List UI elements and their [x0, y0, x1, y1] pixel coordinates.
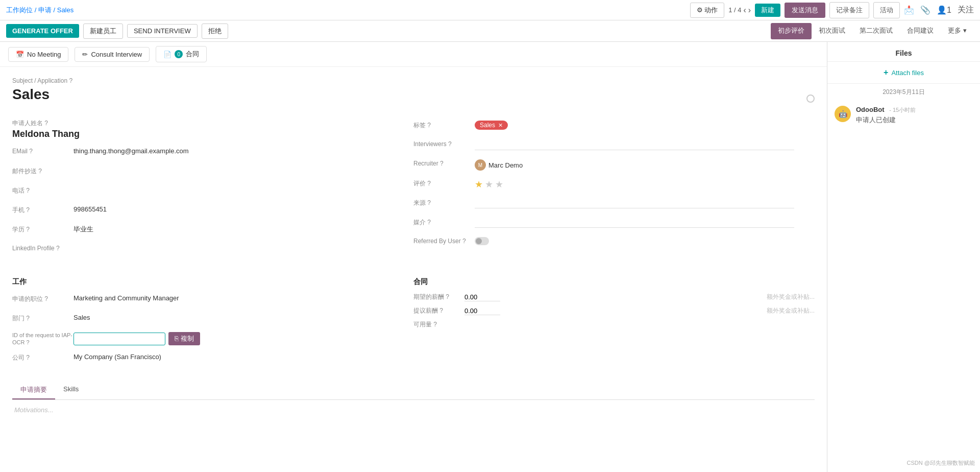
activity-button[interactable]: 活动 — [873, 2, 900, 18]
company-value: My Company (San Francisco) — [74, 351, 413, 361]
right-section: 标签 ? Sales ✕ Interviewers ? — [413, 119, 815, 262]
stage-tab-initial[interactable]: 初步评价 — [771, 23, 812, 39]
chat-message: 🤖 OdooBot - 15小时前 申请人已创建 — [827, 101, 980, 130]
toggle-knob — [476, 238, 482, 244]
bottom-tabs: 申请摘要 Skills — [12, 381, 815, 400]
breadcrumb-sep2: / — [53, 6, 57, 14]
prev-page-button[interactable]: ‹ — [743, 6, 746, 15]
source-value[interactable] — [475, 197, 794, 208]
consult-interview-button[interactable]: ✏ Consult Interview — [75, 47, 150, 62]
ocr-input[interactable] — [74, 333, 165, 345]
medium-value[interactable] — [475, 216, 794, 228]
stage-tab-second[interactable]: 第二次面试 — [852, 23, 900, 39]
plus-icon: + — [884, 68, 888, 77]
work-section-title: 工作 — [12, 277, 413, 287]
radio-circle[interactable] — [806, 95, 815, 103]
top-nav-right: ⚙ 动作 1 / 4 ‹ › 新建 发送消息 记录备注 活动 📩 📎 👤1 关注 — [690, 2, 974, 18]
form-fields-grid: 申请人姓名 ? Meldona Thang EMail ? thing.than… — [12, 119, 815, 262]
attachment-icon[interactable]: 📎 — [920, 5, 930, 15]
medium-row: 媒介 ? — [413, 216, 794, 230]
user-count-icon[interactable]: 👤1 — [937, 5, 951, 15]
stage-tab-contract[interactable]: 合同建议 — [900, 23, 941, 39]
proposed-salary-label: 提议薪酬 ? — [413, 306, 464, 315]
recruiter-value: M Marc Demo — [475, 158, 794, 171]
tab-skills[interactable]: Skills — [55, 381, 87, 399]
consult-interview-label: Consult Interview — [91, 51, 142, 58]
star-2[interactable]: ★ — [485, 179, 493, 190]
department-label: 部门 ? — [12, 312, 74, 323]
linkedin-label: LinkedIn Profile ? — [12, 243, 74, 252]
recruiter-avatar: M — [475, 159, 486, 171]
contract-section: 合同 期望的薪酬 ? 额外奖金或补贴... 提议薪酬 ? — [413, 277, 815, 371]
stage-tab-more[interactable]: 更多 ▾ — [941, 23, 974, 39]
breadcrumb-part2[interactable]: 申请 — [38, 6, 52, 14]
actions-button[interactable]: ⚙ 动作 — [690, 3, 725, 18]
star-3[interactable]: ★ — [495, 179, 503, 190]
interviewers-label: Interviewers ? — [413, 138, 475, 148]
breadcrumb-part1[interactable]: 工作岗位 — [6, 6, 33, 14]
education-label: 学历 ? — [12, 223, 74, 234]
work-contract-section: 工作 申请的职位 ? Marketing and Community Manag… — [12, 272, 815, 371]
recruiter-row: Recruiter ? M Marc Demo — [413, 158, 794, 172]
motivation-area[interactable]: Motivations... — [12, 400, 815, 420]
meeting-bar: 📅 No Meeting ✏ Consult Interview 📄 0 合同 — [0, 42, 827, 67]
follow-button[interactable]: 关注 — [958, 5, 974, 15]
next-page-button[interactable]: › — [748, 6, 751, 15]
action-bar: GENERATE OFFER 新建员工 SEND INTERVIEW 拒绝 初步… — [0, 20, 980, 42]
tab-summary[interactable]: 申请摘要 — [12, 381, 55, 399]
log-note-button[interactable]: 记录备注 — [829, 2, 869, 18]
proposed-salary-row: 提议薪酬 ? 额外奖金或补贴... — [413, 306, 815, 315]
medium-input[interactable] — [475, 218, 794, 228]
available-row: 可用量 ? — [413, 320, 815, 329]
subject-label: Subject / Application ? — [12, 77, 815, 84]
new-employee-button[interactable]: 新建员工 — [83, 23, 123, 39]
breadcrumb-part3: Sales — [57, 6, 74, 14]
reject-button[interactable]: 拒绝 — [202, 23, 228, 39]
main-layout: 📅 No Meeting ✏ Consult Interview 📄 0 合同 … — [0, 42, 980, 472]
interviewers-row: Interviewers ? — [413, 138, 794, 153]
no-meeting-button[interactable]: 📅 No Meeting — [8, 47, 68, 62]
recruiter-name: Marc Demo — [488, 161, 523, 169]
email-label: EMail ? — [12, 146, 74, 155]
tag-remove-icon[interactable]: ✕ — [498, 122, 503, 129]
copy-button[interactable]: ⎘ 複制 — [168, 332, 200, 345]
page-title: Sales — [12, 86, 806, 103]
copy-icon: ⎘ — [175, 335, 181, 342]
stage-tab-first[interactable]: 初次面试 — [812, 23, 852, 39]
send-message-button[interactable]: 发送消息 — [785, 3, 825, 18]
job-position-label: 申请的职位 ? — [12, 293, 74, 303]
phone-label: 电话 ? — [12, 184, 74, 195]
form-body: Subject / Application ? Sales 申请人姓名 ? Me… — [0, 67, 827, 430]
phone-value — [74, 184, 393, 186]
star-1[interactable]: ★ — [475, 179, 483, 190]
generate-offer-button[interactable]: GENERATE OFFER — [6, 24, 79, 38]
referred-toggle-switch[interactable] — [475, 237, 489, 245]
contract-button[interactable]: 📄 0 合同 — [156, 46, 207, 62]
source-row: 来源 ? — [413, 197, 794, 211]
rating-row: 评价 ? ★ ★ ★ — [413, 177, 794, 192]
new-button[interactable]: 新建 — [755, 4, 780, 17]
chat-author: OdooBot — [856, 106, 885, 113]
proposed-salary-value — [464, 307, 762, 315]
attach-files-button[interactable]: + Attach files — [827, 62, 980, 84]
interviewers-input[interactable] — [475, 140, 794, 150]
document-icon: 📄 — [163, 51, 172, 58]
applicant-name-label: 申请人姓名 ? — [12, 119, 393, 128]
linkedin-row: LinkedIn Profile ? — [12, 243, 393, 257]
cc-row: 邮件抄送 ? — [12, 165, 393, 179]
interviewers-value[interactable] — [475, 138, 794, 150]
cc-value — [74, 165, 393, 167]
proposed-salary-input[interactable] — [464, 307, 500, 315]
expected-salary-row: 期望的薪酬 ? 额外奖金或补贴... — [413, 293, 815, 301]
subscribe-icon[interactable]: 📩 — [904, 5, 914, 15]
chat-content: OdooBot - 15小时前 申请人已创建 — [856, 106, 973, 125]
source-input[interactable] — [475, 198, 794, 208]
referred-toggle — [475, 235, 794, 245]
contract-section-title: 合同 — [413, 277, 815, 287]
send-interview-button[interactable]: SEND INTERVIEW — [127, 24, 198, 38]
files-header: Files — [827, 42, 980, 62]
company-row: 公司 ? My Company (San Francisco) — [12, 351, 413, 366]
chat-avatar: 🤖 — [835, 106, 851, 122]
education-row: 学历 ? 毕业生 — [12, 223, 393, 238]
expected-salary-input[interactable] — [464, 293, 500, 301]
